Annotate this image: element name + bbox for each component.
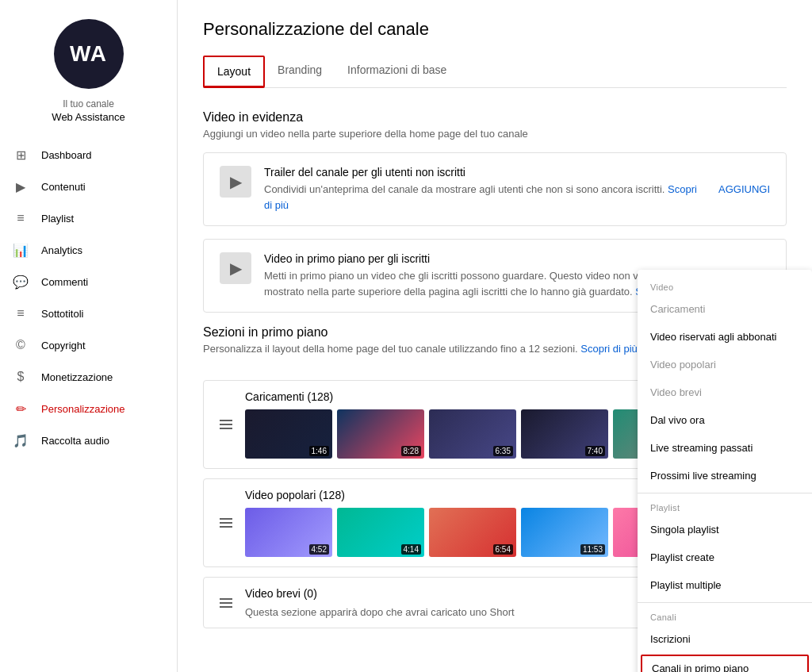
- sidebar-item-copyright[interactable]: © Copyright: [0, 329, 177, 361]
- duration-0-2: 6:35: [493, 446, 513, 456]
- trailer-add-button[interactable]: AGGIUNGI: [718, 183, 770, 195]
- dropdown-category-0: Video: [638, 276, 812, 295]
- duration-0-3: 7:40: [585, 446, 605, 456]
- sidebar-item-commenti[interactable]: 💬 Commenti: [0, 266, 177, 298]
- playlist-icon: ≡: [13, 210, 29, 226]
- sottotitoli-icon: ≡: [13, 305, 29, 321]
- video-evidenza-title: Video in evidenza: [203, 110, 787, 125]
- tab-branding[interactable]: Branding: [265, 56, 335, 88]
- tab-layout[interactable]: Layout: [203, 56, 265, 88]
- drag-handle-2[interactable]: [216, 595, 236, 611]
- sidebar-label-analytics: Analytics: [41, 244, 82, 256]
- sezioni-desc: Personalizza il layout della home page d…: [203, 343, 638, 355]
- dropdown-item-0-2: Video popolari: [638, 351, 812, 378]
- trailer-content: Trailer del canale per gli utenti non is…: [264, 166, 706, 213]
- page-title: Personalizzazione del canale: [203, 19, 787, 40]
- primo-piano-title: Video in primo piano per gli iscritti: [264, 252, 706, 265]
- duration-0-0: 1:46: [309, 446, 329, 456]
- sidebar-nav: ⊞ Dashboard ▶ Contenuti ≡ Playlist 📊 Ana…: [0, 139, 177, 456]
- dropdown-item-1-0[interactable]: Singola playlist: [638, 516, 812, 543]
- dropdown-item-0-0: Caricamenti: [638, 295, 812, 323]
- dropdown-menu: VideoCaricamentiVideo riservati agli abb…: [638, 270, 812, 672]
- dropdown-item-1-1[interactable]: Playlist create: [638, 543, 812, 571]
- sidebar-label-sottotitoli: Sottotitoli: [41, 308, 83, 320]
- sezioni-link[interactable]: Scopri di più: [580, 343, 638, 355]
- drag-handle-1[interactable]: [216, 515, 236, 531]
- sidebar-label-personalizzazione: Personalizzazione: [41, 403, 125, 415]
- sidebar-item-personalizzazione[interactable]: ✏ Personalizzazione: [0, 393, 177, 424]
- dropdown-category-1: Playlist: [638, 497, 812, 516]
- trailer-title: Trailer del canale per gli utenti non is…: [264, 166, 706, 179]
- sidebar-label-contenuti: Contenuti: [41, 181, 86, 193]
- trailer-card: ▶ Trailer del canale per gli utenti non …: [203, 152, 787, 226]
- sidebar-item-dashboard[interactable]: ⊞ Dashboard: [0, 139, 177, 171]
- sidebar-item-raccolta-audio[interactable]: 🎵 Raccolta audio: [0, 424, 177, 456]
- sidebar-label-raccolta-audio: Raccolta audio: [41, 435, 109, 447]
- dropdown-item-1-2[interactable]: Playlist multiple: [638, 571, 812, 599]
- sidebar-label-copyright: Copyright: [41, 340, 86, 351]
- duration-1-2: 6:54: [493, 544, 513, 555]
- thumbnail-1-1: 4:14: [337, 508, 424, 557]
- dropdown-divider-1: [638, 602, 812, 603]
- sezioni-header-text: Sezioni in primo piano Personalizza il l…: [203, 325, 638, 367]
- primo-piano-icon: ▶: [220, 252, 251, 284]
- dropdown-item-2-1[interactable]: Canali in primo piano: [641, 655, 809, 672]
- duration-1-1: 4:14: [401, 544, 421, 555]
- main-content: Personalizzazione del canale Layout Bran…: [178, 0, 812, 672]
- duration-1-3: 11:53: [580, 544, 605, 555]
- dashboard-icon: ⊞: [13, 147, 29, 163]
- sidebar-item-analytics[interactable]: 📊 Analytics: [0, 234, 177, 266]
- sidebar-label-monetizzazione: Monetizzazione: [41, 371, 113, 383]
- dropdown-item-0-5[interactable]: Live streaming passati: [638, 434, 812, 462]
- channel-label: Il tuo canale: [63, 98, 114, 109]
- thumbnail-0-2: 6:35: [429, 409, 516, 459]
- commenti-icon: 💬: [13, 274, 29, 290]
- thumbnail-1-2: 6:54: [429, 508, 516, 557]
- thumbnail-0-1: 8:28: [337, 409, 424, 459]
- sidebar-label-dashboard: Dashboard: [41, 149, 92, 161]
- dropdown-item-2-0[interactable]: Iscrizioni: [638, 625, 812, 653]
- sidebar-item-monetizzazione[interactable]: $ Monetizzazione: [0, 361, 177, 393]
- trailer-icon: ▶: [220, 166, 251, 198]
- dropdown-item-0-6[interactable]: Prossimi live streaming: [638, 462, 812, 490]
- sidebar-label-playlist: Playlist: [41, 213, 74, 225]
- sidebar-item-playlist[interactable]: ≡ Playlist: [0, 202, 177, 234]
- dropdown-divider-0: [638, 493, 812, 493]
- video-evidenza-desc: Aggiungi un video nella parte superiore …: [203, 128, 787, 140]
- analytics-icon: 📊: [13, 242, 29, 258]
- tab-informazioni[interactable]: Informazioni di base: [335, 56, 459, 88]
- dropdown-item-0-4[interactable]: Dal vivo ora: [638, 406, 812, 434]
- duration-0-1: 8:28: [401, 446, 421, 456]
- sezioni-title: Sezioni in primo piano: [203, 325, 638, 340]
- dropdown-category-2: Canali: [638, 606, 812, 625]
- tabs: Layout Branding Informazioni di base: [203, 56, 787, 88]
- trailer-desc: Condividi un'anteprima del canale da mos…: [264, 182, 706, 213]
- raccolta-audio-icon: 🎵: [13, 432, 29, 448]
- thumbnail-0-0: 1:46: [245, 409, 332, 459]
- thumbnail-1-3: 11:53: [521, 508, 608, 557]
- avatar: WA: [54, 19, 124, 89]
- monetizzazione-icon: $: [13, 369, 29, 385]
- avatar-initials: WA: [70, 41, 107, 67]
- sidebar-label-commenti: Commenti: [41, 276, 88, 288]
- thumbnail-1-0: 4:52: [245, 508, 332, 557]
- dropdown-item-0-1[interactable]: Video riservati agli abbonati: [638, 323, 812, 351]
- thumbnail-0-3: 7:40: [521, 409, 608, 459]
- contenuti-icon: ▶: [13, 179, 29, 194]
- sidebar-item-contenuti[interactable]: ▶ Contenuti: [0, 171, 177, 202]
- dropdown-item-0-3: Video brevi: [638, 378, 812, 406]
- channel-name: Web Assistance: [52, 111, 124, 123]
- drag-handle-0[interactable]: [216, 417, 236, 432]
- copyright-icon: ©: [13, 337, 29, 353]
- personalizzazione-icon: ✏: [13, 401, 29, 417]
- sidebar: WA Il tuo canale Web Assistance ⊞ Dashbo…: [0, 0, 178, 672]
- sidebar-item-sottotitoli[interactable]: ≡ Sottotitoli: [0, 298, 177, 329]
- duration-1-0: 4:52: [309, 544, 329, 555]
